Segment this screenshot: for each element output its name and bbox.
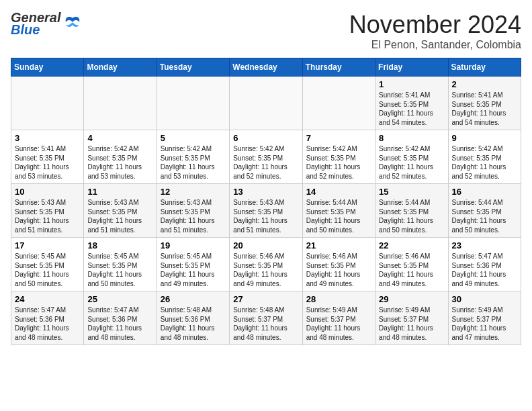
day-cell: 22Sunrise: 5:46 AMSunset: 5:35 PMDayligh… [375, 238, 448, 291]
day-number: 15 [379, 187, 444, 197]
day-number: 22 [379, 240, 444, 250]
logo: General Blue [11, 11, 82, 36]
day-cell: 7Sunrise: 5:42 AMSunset: 5:35 PMDaylight… [302, 130, 375, 184]
day-info: Sunrise: 5:42 AMSunset: 5:35 PMDaylight:… [87, 144, 152, 181]
day-cell: 16Sunrise: 5:44 AMSunset: 5:35 PMDayligh… [448, 184, 521, 238]
logo-blue: Blue [11, 23, 60, 36]
day-number: 13 [233, 187, 298, 197]
day-cell: 17Sunrise: 5:45 AMSunset: 5:35 PMDayligh… [11, 238, 84, 291]
weekday-header-friday: Friday [375, 58, 448, 77]
location-title: El Penon, Santander, Colombia [349, 39, 521, 51]
day-cell [11, 77, 84, 130]
day-number: 30 [452, 294, 517, 304]
day-info: Sunrise: 5:44 AMSunset: 5:35 PMDaylight:… [306, 198, 371, 234]
day-info: Sunrise: 5:43 AMSunset: 5:35 PMDaylight:… [15, 198, 80, 234]
day-cell: 5Sunrise: 5:42 AMSunset: 5:35 PMDaylight… [157, 130, 229, 184]
day-cell: 11Sunrise: 5:43 AMSunset: 5:35 PMDayligh… [84, 184, 157, 238]
day-number: 28 [306, 294, 371, 304]
day-number: 5 [161, 133, 226, 143]
day-cell: 10Sunrise: 5:43 AMSunset: 5:35 PMDayligh… [11, 184, 84, 238]
day-info: Sunrise: 5:47 AMSunset: 5:36 PMDaylight:… [87, 306, 152, 342]
day-number: 23 [452, 240, 517, 250]
day-info: Sunrise: 5:42 AMSunset: 5:35 PMDaylight:… [452, 144, 517, 181]
day-cell: 27Sunrise: 5:48 AMSunset: 5:37 PMDayligh… [230, 291, 302, 345]
day-info: Sunrise: 5:45 AMSunset: 5:35 PMDaylight:… [161, 252, 226, 288]
day-number: 2 [452, 79, 517, 89]
day-number: 9 [452, 133, 517, 143]
weekday-header-tuesday: Tuesday [157, 58, 229, 77]
day-cell: 12Sunrise: 5:43 AMSunset: 5:35 PMDayligh… [157, 184, 229, 238]
day-cell: 21Sunrise: 5:46 AMSunset: 5:35 PMDayligh… [302, 238, 375, 291]
day-number: 12 [161, 187, 226, 197]
weekday-header-wednesday: Wednesday [230, 58, 302, 77]
day-cell: 3Sunrise: 5:41 AMSunset: 5:35 PMDaylight… [11, 130, 84, 184]
day-cell: 2Sunrise: 5:41 AMSunset: 5:35 PMDaylight… [448, 77, 521, 130]
weekday-header-row: SundayMondayTuesdayWednesdayThursdayFrid… [11, 58, 521, 77]
day-cell: 13Sunrise: 5:43 AMSunset: 5:35 PMDayligh… [230, 184, 302, 238]
month-title: November 2024 [349, 11, 521, 39]
day-number: 4 [87, 133, 152, 143]
day-info: Sunrise: 5:42 AMSunset: 5:35 PMDaylight:… [233, 144, 298, 181]
day-number: 21 [306, 240, 371, 250]
week-row-3: 10Sunrise: 5:43 AMSunset: 5:35 PMDayligh… [11, 184, 521, 238]
day-number: 29 [379, 294, 444, 304]
day-number: 1 [379, 79, 444, 89]
week-row-4: 17Sunrise: 5:45 AMSunset: 5:35 PMDayligh… [11, 238, 521, 291]
day-cell: 24Sunrise: 5:47 AMSunset: 5:36 PMDayligh… [11, 291, 84, 345]
day-number: 7 [306, 133, 371, 143]
day-number: 24 [15, 294, 80, 304]
day-cell: 18Sunrise: 5:45 AMSunset: 5:35 PMDayligh… [84, 238, 157, 291]
week-row-2: 3Sunrise: 5:41 AMSunset: 5:35 PMDaylight… [11, 130, 521, 184]
day-info: Sunrise: 5:42 AMSunset: 5:35 PMDaylight:… [306, 144, 371, 181]
day-cell: 20Sunrise: 5:46 AMSunset: 5:35 PMDayligh… [230, 238, 302, 291]
day-cell [84, 77, 157, 130]
day-number: 25 [87, 294, 152, 304]
day-number: 3 [15, 133, 80, 143]
weekday-header-saturday: Saturday [448, 58, 521, 77]
day-info: Sunrise: 5:48 AMSunset: 5:37 PMDaylight:… [233, 306, 298, 342]
day-info: Sunrise: 5:42 AMSunset: 5:35 PMDaylight:… [161, 144, 226, 181]
day-cell [230, 77, 302, 130]
day-cell: 29Sunrise: 5:49 AMSunset: 5:37 PMDayligh… [375, 291, 448, 345]
day-info: Sunrise: 5:46 AMSunset: 5:35 PMDaylight:… [379, 252, 444, 288]
day-info: Sunrise: 5:49 AMSunset: 5:37 PMDaylight:… [379, 306, 444, 342]
day-info: Sunrise: 5:46 AMSunset: 5:35 PMDaylight:… [233, 252, 298, 288]
day-cell: 28Sunrise: 5:49 AMSunset: 5:37 PMDayligh… [302, 291, 375, 345]
day-info: Sunrise: 5:46 AMSunset: 5:35 PMDaylight:… [306, 252, 371, 288]
day-number: 11 [87, 187, 152, 197]
calendar-table: SundayMondayTuesdayWednesdayThursdayFrid… [11, 58, 521, 345]
day-cell: 9Sunrise: 5:42 AMSunset: 5:35 PMDaylight… [448, 130, 521, 184]
day-number: 10 [15, 187, 80, 197]
weekday-header-sunday: Sunday [11, 58, 84, 77]
week-row-1: 1Sunrise: 5:41 AMSunset: 5:35 PMDaylight… [11, 77, 521, 130]
day-info: Sunrise: 5:42 AMSunset: 5:35 PMDaylight:… [379, 144, 444, 181]
day-info: Sunrise: 5:45 AMSunset: 5:35 PMDaylight:… [15, 252, 80, 288]
day-number: 14 [306, 187, 371, 197]
logo-bird-icon [63, 13, 82, 34]
day-cell: 14Sunrise: 5:44 AMSunset: 5:35 PMDayligh… [302, 184, 375, 238]
day-info: Sunrise: 5:45 AMSunset: 5:35 PMDaylight:… [87, 252, 152, 288]
day-number: 16 [452, 187, 517, 197]
day-number: 27 [233, 294, 298, 304]
day-info: Sunrise: 5:43 AMSunset: 5:35 PMDaylight:… [233, 198, 298, 234]
week-row-5: 24Sunrise: 5:47 AMSunset: 5:36 PMDayligh… [11, 291, 521, 345]
day-info: Sunrise: 5:44 AMSunset: 5:35 PMDaylight:… [452, 198, 517, 234]
title-area: November 2024 El Penon, Santander, Colom… [349, 11, 521, 51]
day-info: Sunrise: 5:41 AMSunset: 5:35 PMDaylight:… [15, 144, 80, 181]
day-number: 17 [15, 240, 80, 250]
day-info: Sunrise: 5:47 AMSunset: 5:36 PMDaylight:… [452, 252, 517, 288]
day-info: Sunrise: 5:43 AMSunset: 5:35 PMDaylight:… [87, 198, 152, 234]
day-number: 6 [233, 133, 298, 143]
day-cell: 19Sunrise: 5:45 AMSunset: 5:35 PMDayligh… [157, 238, 229, 291]
day-cell: 15Sunrise: 5:44 AMSunset: 5:35 PMDayligh… [375, 184, 448, 238]
day-number: 20 [233, 240, 298, 250]
page-header: General Blue November 2024 El Penon, San… [11, 11, 521, 51]
day-cell [157, 77, 229, 130]
day-cell: 25Sunrise: 5:47 AMSunset: 5:36 PMDayligh… [84, 291, 157, 345]
day-info: Sunrise: 5:41 AMSunset: 5:35 PMDaylight:… [452, 91, 517, 127]
day-cell: 4Sunrise: 5:42 AMSunset: 5:35 PMDaylight… [84, 130, 157, 184]
day-cell: 23Sunrise: 5:47 AMSunset: 5:36 PMDayligh… [448, 238, 521, 291]
weekday-header-thursday: Thursday [302, 58, 375, 77]
day-cell [302, 77, 375, 130]
day-number: 26 [161, 294, 226, 304]
